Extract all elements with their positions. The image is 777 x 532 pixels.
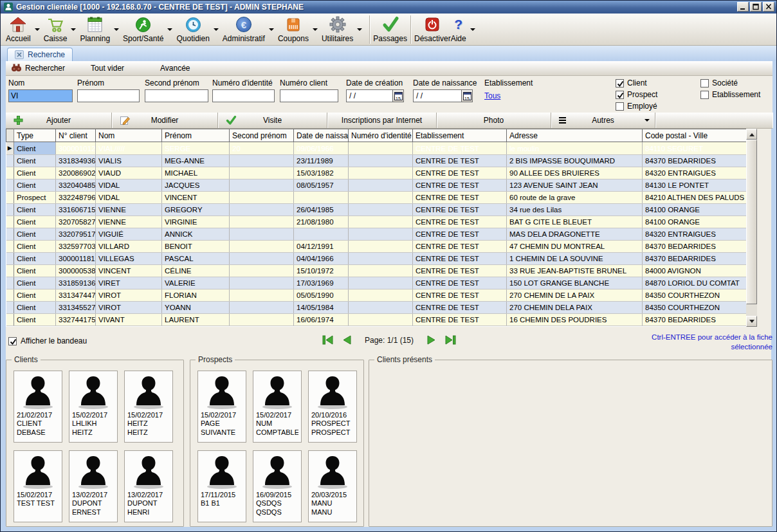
toolbar-item-quotidien[interactable]: Quotidien [176, 15, 209, 44]
avancee-button[interactable]: Avancée [156, 61, 194, 75]
chevron-down-icon[interactable] [110, 15, 123, 44]
client-photo-card[interactable]: 21/02/2017 CLIENT DEBASE [14, 371, 62, 443]
column-header[interactable]: Type [14, 129, 56, 142]
checkbox[interactable] [616, 79, 624, 87]
maximize-button[interactable] [750, 2, 762, 12]
prospect-photo-card[interactable]: 15/02/2017 NUM COMPTABLE [253, 371, 302, 443]
toolbar-item-desactiver[interactable]: Désactiver [414, 15, 451, 44]
table-row[interactable]: Client 331606715 VIENNE GREGORY 26/04/19… [6, 204, 747, 216]
toolbar-item-passages[interactable]: Passages [373, 15, 407, 44]
column-header[interactable]: Nom [96, 129, 162, 142]
toolbar-item-aide[interactable]: ? Aide [451, 15, 466, 44]
table-row[interactable]: Client 332744175 VIVANT LAURENT 16/06/19… [6, 314, 747, 326]
client-photo-card[interactable]: 15/02/2017 LHLIKH HEITZ [69, 371, 118, 443]
chevron-down-icon[interactable] [309, 15, 322, 44]
ajouter-button[interactable]: Ajouter [6, 113, 112, 128]
row-selector[interactable] [6, 241, 14, 253]
checkbox[interactable] [700, 79, 709, 87]
row-selector[interactable] [6, 142, 14, 155]
prospect-photo-card[interactable]: 16/09/2015 QSDQS QSDQS [253, 450, 302, 522]
row-selector[interactable] [6, 204, 14, 216]
checkbox[interactable] [700, 91, 709, 99]
prospect-photo-card[interactable]: 17/11/2015 B1 B1 [197, 450, 246, 522]
column-header[interactable]: Adresse [507, 129, 643, 142]
client-photo-card[interactable]: 15/02/2017 TEST TEST [14, 450, 62, 522]
table-row[interactable]: Client 320086902 VIAUD MICHAEL 15/03/198… [6, 167, 747, 179]
column-header[interactable]: Code postal - Ville [643, 129, 747, 142]
date-creation-input[interactable]: / / [346, 89, 392, 102]
row-selector[interactable] [6, 179, 14, 192]
scrollbar-thumb[interactable] [746, 140, 757, 304]
row-selector[interactable] [6, 167, 14, 179]
first-page-button[interactable] [321, 335, 335, 345]
column-header[interactable]: N° client [56, 129, 96, 142]
inscriptions-internet-button[interactable]: Inscriptions par Internet [327, 113, 437, 128]
autres-button[interactable]: Autres [551, 113, 655, 128]
client-photo-card[interactable]: 15/02/2017 HEITZ HEITZ [124, 371, 173, 443]
table-row[interactable]: Client 300000538 VINCENT CÉLINE 15/10/19… [6, 265, 747, 277]
prospect-checkbox[interactable]: Prospect [616, 90, 657, 99]
row-selector[interactable] [6, 216, 14, 228]
table-row[interactable]: Client 331859136 VIRET VALERIE 17/03/196… [6, 277, 747, 289]
employe-checkbox[interactable]: Employé [616, 102, 657, 111]
prospect-photo-card[interactable]: 20/03/2015 MANU MANU [308, 450, 357, 522]
etablissement-checkbox[interactable]: Etablissement [700, 90, 760, 99]
date-creation-calendar-button[interactable]: 15 [392, 89, 404, 102]
toolbar-item-utilitaires[interactable]: Utilitaires [322, 15, 353, 44]
row-selector[interactable] [6, 155, 14, 167]
chevron-down-icon[interactable] [163, 15, 176, 44]
prospect-photo-card[interactable]: 15/02/2017 PAGE SUIVANTE [197, 371, 246, 443]
toolbar-item-sport-sante[interactable]: Sport/Santé [123, 15, 163, 44]
last-page-button[interactable] [443, 335, 457, 345]
modifier-button[interactable]: Modifier [112, 113, 218, 128]
table-row[interactable]: Client 300001012 VIAL///// SERGE 20 09/0… [6, 142, 747, 155]
close-tab-icon[interactable] [15, 50, 24, 59]
table-row[interactable]: Client 332040485 VIDAL JACQUES 08/05/195… [6, 179, 747, 192]
tout-vider-button[interactable]: Tout vider [87, 61, 128, 75]
prospect-photo-card[interactable]: 20/10/2016 PROSPECT PROSPECT [308, 371, 357, 443]
client-photo-card[interactable]: 13/02/2017 DUPONT ERNEST [69, 450, 118, 522]
chevron-down-icon[interactable] [67, 15, 80, 44]
table-row[interactable]: Client 331347447 VIROT FLORIAN 05/05/199… [6, 289, 747, 302]
chevron-down-icon[interactable] [353, 15, 366, 44]
minimize-button[interactable] [737, 2, 749, 12]
toolbar-item-caisse[interactable]: Caisse [44, 15, 68, 44]
chevron-down-icon[interactable] [31, 15, 44, 44]
checkbox[interactable] [616, 91, 624, 99]
row-selector[interactable] [6, 302, 14, 314]
tab-recherche[interactable]: Recherche [7, 48, 73, 61]
chevron-down-icon[interactable] [265, 15, 278, 44]
date-naissance-input[interactable]: / / [413, 89, 461, 102]
checkbox[interactable] [616, 102, 624, 111]
rechercher-button[interactable]: Rechercher [7, 61, 69, 75]
row-selector[interactable] [6, 228, 14, 241]
table-row[interactable]: Client 320705827 VIENNE VIRGINIE 21/08/1… [6, 216, 747, 228]
date-naissance-calendar-button[interactable]: 15 [461, 89, 473, 102]
visite-button[interactable]: Visite [218, 113, 327, 128]
toolbar-item-coupons[interactable]: Coupons [278, 15, 309, 44]
table-row[interactable]: Client 331834936 VIALIS MEG-ANNE 23/11/1… [6, 155, 747, 167]
chevron-down-icon[interactable] [210, 15, 223, 44]
toolbar-item-accueil[interactable]: Accueil [6, 15, 31, 44]
chevron-down-icon[interactable] [466, 15, 479, 44]
column-header[interactable]: Prénom [162, 129, 230, 142]
client-photo-card[interactable]: 13/02/2017 DUPONT HENRI [124, 450, 173, 522]
table-row[interactable]: Client 332079517 VIGUIÉ ANNICK CENTRE DE… [6, 228, 747, 241]
toolbar-item-administratif[interactable]: € Administratif [223, 15, 265, 44]
row-selector[interactable] [6, 277, 14, 289]
toolbar-item-planning[interactable]: Planning [80, 15, 110, 44]
prenom-input[interactable] [77, 89, 140, 102]
vertical-scrollbar[interactable] [746, 129, 757, 327]
second-prenom-input[interactable] [145, 89, 208, 102]
row-selector[interactable] [6, 253, 14, 265]
table-row[interactable]: Client 300001181 VILLEGAS PASCAL 04/04/1… [6, 253, 747, 265]
close-button[interactable] [763, 2, 774, 12]
row-selector[interactable] [6, 314, 14, 326]
numero-client-input[interactable] [280, 89, 338, 102]
scroll-up-button[interactable] [746, 129, 757, 140]
previous-page-button[interactable] [340, 335, 353, 345]
table-row[interactable]: Client 332597703 VILLARD BENOIT 04/12/19… [6, 241, 747, 253]
nom-input[interactable] [8, 89, 73, 102]
column-header[interactable]: Etablissement [413, 129, 507, 142]
column-header[interactable]: Second prénom [230, 129, 294, 142]
